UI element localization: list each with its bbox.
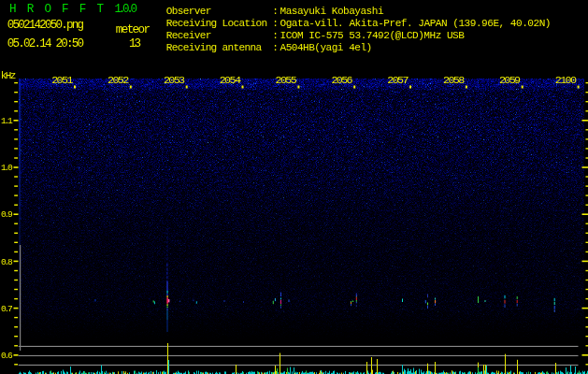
svg-text:ICOM IC-575 53.7492(@LCD)MHz U: ICOM IC-575 53.7492(@LCD)MHz USB <box>280 30 466 41</box>
svg-text:2053: 2053 <box>164 74 185 87</box>
svg-text:kHz: kHz <box>1 70 17 81</box>
svg-text:Receiving antenna :: Receiving antenna : <box>166 42 279 53</box>
svg-text:1.0.0: 1.0.0 <box>115 3 138 16</box>
svg-text:2051: 2051 <box>51 74 73 87</box>
svg-text:2052: 2052 <box>108 74 129 87</box>
svg-text:13: 13 <box>129 37 141 50</box>
svg-text:2054: 2054 <box>220 74 241 87</box>
svg-text:Receiving Location :: Receiving Location : <box>166 18 279 29</box>
svg-text:2059: 2059 <box>499 74 521 87</box>
svg-text:meteor: meteor <box>116 23 151 36</box>
svg-text:0.6: 0.6 <box>1 351 13 361</box>
svg-text:0502142050.png: 0502142050.png <box>7 19 84 32</box>
svg-text:1.0: 1.0 <box>1 163 13 173</box>
svg-text:H R O F F T: H R O F F T <box>9 3 104 16</box>
svg-text:Receiver :: Receiver : <box>166 30 279 41</box>
svg-text:0.7: 0.7 <box>1 304 13 314</box>
svg-text:0.8: 0.8 <box>1 257 13 267</box>
svg-text:2100: 2100 <box>555 74 577 87</box>
svg-text:Ogata-vill. Akita-Pref. JAPAN: Ogata-vill. Akita-Pref. JAPAN (139.96E, … <box>280 18 552 29</box>
svg-text:2058: 2058 <box>443 74 465 87</box>
svg-text:2056: 2056 <box>331 74 352 87</box>
svg-text:2055: 2055 <box>276 74 297 87</box>
svg-text:Masayuki Kobayashi: Masayuki Kobayashi <box>280 6 384 17</box>
svg-text:Observer :: Observer : <box>166 6 279 17</box>
svg-text:0.9: 0.9 <box>1 209 13 220</box>
svg-text:A504HB(yagi 4el): A504HB(yagi 4el) <box>280 42 373 53</box>
svg-text:05.02.14 20:50: 05.02.14 20:50 <box>7 37 84 50</box>
svg-text:1.1: 1.1 <box>1 116 13 126</box>
svg-text:2057: 2057 <box>387 74 409 87</box>
